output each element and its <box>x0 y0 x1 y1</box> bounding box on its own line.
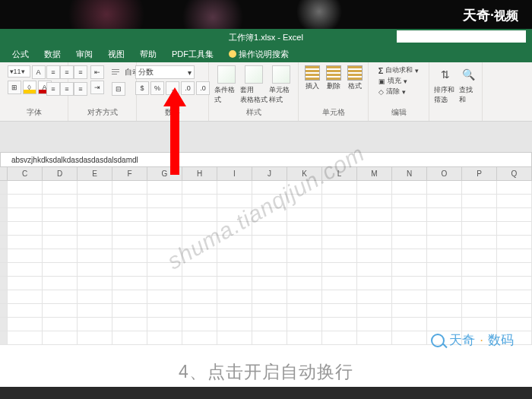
autosum-button[interactable]: Σ自动求和 ▾ <box>378 65 420 75</box>
ribbon: ▾ 11 ▾ A A ⊞ ◊ A 字体 ≡ ≡ ≡ ≡ ≡ ≡ ⇤ <box>0 62 532 122</box>
eraser-icon: ◇ <box>378 88 384 96</box>
tab-review[interactable]: 审阅 <box>70 46 99 62</box>
formula-bar[interactable]: absvzjhkdksdalkdasdasdasdalsdamdl <box>0 152 532 167</box>
col-header[interactable]: I <box>217 167 252 180</box>
table-format-button[interactable]: 套用 表格格式 <box>242 65 266 105</box>
col-header[interactable]: E <box>78 167 112 180</box>
tab-help[interactable]: 帮助 <box>134 46 163 62</box>
align-left-icon[interactable]: ≡ <box>46 82 60 96</box>
title-search[interactable] <box>397 30 526 43</box>
comma-icon[interactable]: , <box>166 81 179 95</box>
decrease-decimal-icon[interactable]: .0 <box>196 81 210 95</box>
video-frame-bottom <box>0 387 532 399</box>
bulb-icon <box>229 50 236 58</box>
tab-pdf-tools[interactable]: PDF工具集 <box>166 46 220 62</box>
menu-bar: 公式 数据 审阅 视图 帮助 PDF工具集 操作说明搜索 <box>0 46 532 62</box>
sort-icon: ⇅ <box>436 65 454 84</box>
column-headers: C D E F G H I J K L M N O P Q <box>0 167 532 181</box>
increase-font-icon[interactable]: A <box>32 65 46 79</box>
sort-filter-button[interactable]: ⇅排序和筛选 <box>434 65 456 105</box>
currency-icon[interactable]: $ <box>135 81 149 95</box>
format-cell-button[interactable]: 格式 <box>346 65 364 91</box>
group-number: 分数▾ $ % , .0 .0 数字 <box>137 62 209 121</box>
brand-bottom: 天奇·数码 <box>431 331 514 349</box>
video-frame-top: 天奇·视频 <box>0 0 532 29</box>
col-header[interactable]: F <box>112 167 147 180</box>
col-header[interactable]: K <box>287 167 322 180</box>
col-header[interactable]: M <box>357 167 392 180</box>
percent-icon[interactable]: % <box>150 81 164 95</box>
insert-cell-button[interactable]: 插入 <box>303 65 321 91</box>
subtitle-text: 4、点击开启自动换行 <box>0 360 532 384</box>
tab-view[interactable]: 视图 <box>102 46 131 62</box>
find-select-button[interactable]: 🔍查找和 <box>459 65 477 105</box>
title-bar: 工作簿1.xlsx - Excel <box>0 29 532 46</box>
number-format-select[interactable]: 分数▾ <box>135 65 195 79</box>
find-icon: 🔍 <box>459 65 477 84</box>
group-cells: 插入 删除 格式 单元格 <box>299 62 369 121</box>
col-header[interactable]: H <box>182 167 217 180</box>
align-right-icon[interactable]: ≡ <box>74 82 87 96</box>
table-format-icon <box>245 65 263 84</box>
align-bottom-icon[interactable]: ≡ <box>74 65 87 79</box>
col-header[interactable]: C <box>8 167 43 180</box>
col-header[interactable]: L <box>322 167 357 180</box>
fill-color-icon[interactable]: ◊ <box>23 81 36 94</box>
conditional-format-icon <box>217 65 236 84</box>
cell-style-icon <box>272 65 290 84</box>
delete-icon <box>326 65 341 81</box>
format-icon <box>347 65 363 81</box>
border-icon[interactable]: ⊞ <box>8 81 21 94</box>
group-styles: 条件格式 套用 表格格式 单元格样式 样式 <box>209 62 299 121</box>
col-header[interactable]: N <box>392 167 427 180</box>
conditional-format-button[interactable]: 条件格式 <box>214 65 239 105</box>
font-size-select[interactable]: ▾ 11 ▾ <box>8 65 30 78</box>
delete-cell-button[interactable]: 删除 <box>325 65 343 91</box>
brand-top: 天奇·视频 <box>463 6 518 24</box>
tab-formulas[interactable]: 公式 <box>6 46 35 62</box>
fill-icon: ▣ <box>378 78 385 85</box>
col-header[interactable]: G <box>147 167 182 180</box>
worksheet-grid[interactable] <box>0 181 532 345</box>
fill-button[interactable]: ▣填充 ▾ <box>378 76 420 86</box>
formula-content: absvzjhkdksdalkdasdasdasdalsdamdl <box>11 156 138 164</box>
collapsed-area <box>0 122 532 152</box>
merge-icon: ⊟ <box>112 82 125 96</box>
align-middle-icon[interactable]: ≡ <box>60 65 74 79</box>
cell-style-button[interactable]: 单元格样式 <box>269 65 293 105</box>
group-alignment: ≡ ≡ ≡ ≡ ≡ ≡ ⇤ ⇥ 自动换行 ⊟ 对齐方式 <box>68 62 137 121</box>
magnifier-icon <box>431 334 445 347</box>
window-title: 工作簿1.xlsx - Excel <box>229 32 303 43</box>
col-header[interactable]: Q <box>497 167 532 180</box>
col-header[interactable]: P <box>462 167 497 180</box>
clear-button[interactable]: ◇清除 ▾ <box>378 87 420 97</box>
tell-me[interactable]: 操作说明搜索 <box>223 46 295 62</box>
indent-increase-icon[interactable]: ⇥ <box>90 81 104 94</box>
col-header[interactable]: O <box>427 167 462 180</box>
indent-decrease-icon[interactable]: ⇤ <box>90 65 104 79</box>
wrap-text-icon <box>112 68 122 77</box>
group-sort: ⇅排序和筛选 🔍查找和 <box>429 62 483 121</box>
group-editing: Σ自动求和 ▾ ▣填充 ▾ ◇清除 ▾ 编辑 <box>369 62 429 121</box>
insert-icon <box>305 65 320 81</box>
align-top-icon[interactable]: ≡ <box>46 65 60 79</box>
sigma-icon: Σ <box>378 66 384 75</box>
increase-decimal-icon[interactable]: .0 <box>181 81 195 95</box>
col-header[interactable]: D <box>43 167 78 180</box>
tab-data[interactable]: 数据 <box>38 46 67 62</box>
col-header[interactable]: J <box>252 167 287 180</box>
align-center-icon[interactable]: ≡ <box>60 82 74 96</box>
